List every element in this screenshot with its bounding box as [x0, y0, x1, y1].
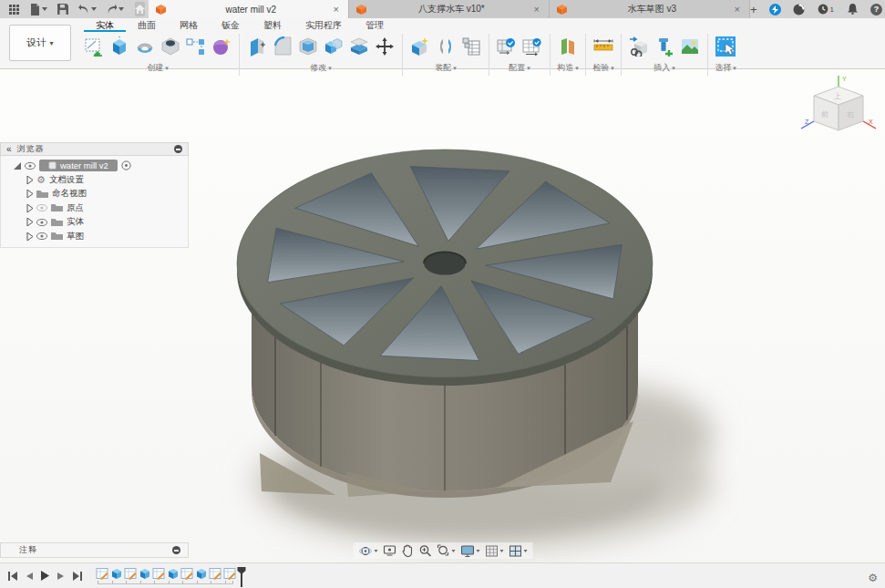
extensions-icon[interactable] [769, 4, 781, 15]
browser-item-bodies[interactable]: 实体 [1, 215, 188, 230]
file-menu-icon[interactable] [29, 3, 47, 15]
group-modify-label[interactable]: 修改 [310, 62, 331, 74]
extrude-feature-icon[interactable] [139, 567, 151, 580]
job-status-icon[interactable] [793, 3, 806, 15]
fillet-icon[interactable] [272, 35, 293, 58]
extrude-feature-icon[interactable] [167, 567, 180, 580]
insert-canvas-icon[interactable] [679, 35, 701, 58]
display-settings-icon[interactable] [174, 145, 182, 153]
redo-icon[interactable] [106, 3, 124, 15]
timeline-position-marker[interactable] [237, 567, 246, 587]
ribbon-tab-sheetmetal[interactable]: 钣金 [210, 19, 252, 32]
construction-plane-icon[interactable] [557, 35, 579, 58]
step-forward-icon[interactable] [57, 571, 66, 582]
extrude-icon[interactable] [108, 35, 130, 58]
collapse-panel-icon[interactable] [6, 144, 12, 154]
bell-icon[interactable] [846, 3, 859, 15]
browser-root-row[interactable]: water mill v2 [1, 159, 188, 173]
ribbon-tab-mesh[interactable]: 网格 [168, 19, 210, 32]
sketch-feature-icon[interactable] [180, 567, 193, 580]
configuration-table-icon[interactable] [521, 35, 543, 58]
group-construct-label[interactable]: 构造 [557, 62, 578, 74]
comments-panel[interactable]: 注释 [0, 542, 189, 558]
pan-icon[interactable] [401, 544, 413, 557]
configuration-icon[interactable] [496, 35, 518, 58]
app-launcher-icon[interactable] [7, 3, 20, 15]
notification-center-icon[interactable]: 1 [818, 4, 834, 15]
timeline-settings-gear-icon[interactable]: ⚙ [868, 573, 878, 583]
eye-icon[interactable] [25, 162, 36, 170]
eye-icon[interactable] [36, 219, 47, 226]
sketch-feature-icon[interactable] [152, 567, 165, 580]
hole-icon[interactable] [160, 35, 181, 58]
expander-icon[interactable] [26, 219, 33, 226]
ribbon-tab-manage[interactable]: 管理 [354, 19, 396, 32]
select-icon[interactable] [715, 35, 736, 58]
measure-icon[interactable] [592, 35, 614, 58]
fit-icon[interactable] [437, 544, 455, 557]
pattern-icon[interactable] [185, 35, 207, 58]
sketch-feature-icon[interactable] [209, 567, 221, 580]
press-pull-icon[interactable] [246, 35, 268, 58]
new-tab-button[interactable] [750, 3, 757, 16]
activate-radio-icon[interactable] [121, 160, 131, 170]
document-tab-water-mill[interactable]: water mill v2 [149, 0, 349, 18]
insert-fastener-icon[interactable] [653, 35, 675, 58]
group-insert-label[interactable]: 插入 [653, 62, 674, 74]
offset-face-icon[interactable] [348, 35, 370, 58]
expander-icon[interactable] [26, 204, 33, 211]
combine-icon[interactable] [323, 35, 345, 58]
go-to-start-icon[interactable] [7, 571, 18, 582]
expander-icon[interactable] [14, 162, 21, 170]
orbit-icon[interactable] [358, 544, 377, 558]
ribbon-tab-surface[interactable]: 曲面 [126, 19, 168, 32]
close-tab-icon[interactable] [733, 5, 742, 15]
eye-icon[interactable] [36, 232, 47, 240]
comments-settings-icon[interactable] [172, 546, 180, 554]
group-assemble-label[interactable]: 装配 [435, 62, 456, 74]
home-button[interactable] [135, 2, 145, 16]
play-icon[interactable] [40, 570, 50, 582]
group-configure-label[interactable]: 配置 [509, 62, 530, 74]
view-cube[interactable]: Y Z X 上 前 右 [798, 73, 880, 142]
joint-icon[interactable] [435, 35, 457, 58]
eye-icon-dim[interactable] [36, 204, 47, 211]
extrude-feature-icon[interactable] [195, 567, 208, 580]
sketch-feature-icon[interactable] [124, 567, 137, 580]
document-tab-shuiche[interactable]: 水车草图 v3 [550, 0, 750, 18]
close-tab-icon[interactable] [332, 5, 341, 15]
create-sketch-icon[interactable] [83, 35, 105, 58]
create-form-icon[interactable] [211, 35, 232, 58]
move-copy-icon[interactable] [374, 35, 396, 58]
bom-icon[interactable] [460, 35, 482, 58]
go-to-end-icon[interactable] [72, 571, 83, 582]
browser-item-origin[interactable]: 原点 [1, 201, 188, 216]
save-icon[interactable] [57, 3, 69, 15]
expander-icon[interactable] [26, 232, 33, 240]
look-at-icon[interactable] [383, 545, 396, 556]
shell-icon[interactable] [297, 35, 319, 58]
revolve-icon[interactable] [134, 35, 156, 58]
sketch-feature-icon[interactable] [96, 567, 108, 580]
grid-settings-icon[interactable] [485, 545, 503, 557]
sketch-feature-icon[interactable] [223, 567, 236, 580]
root-component-label[interactable]: water mill v2 [39, 160, 118, 171]
insert-derive-icon[interactable] [628, 35, 650, 58]
new-component-icon[interactable] [409, 35, 431, 58]
browser-item-document-settings[interactable]: ⚙ 文档设置 [1, 173, 188, 188]
zoom-icon[interactable] [418, 544, 431, 557]
step-back-icon[interactable] [25, 571, 34, 582]
viewports-icon[interactable] [509, 545, 527, 557]
close-tab-icon[interactable] [532, 5, 541, 15]
group-create-label[interactable]: 创建 [147, 62, 168, 74]
expander-icon[interactable] [26, 191, 33, 198]
group-select-label[interactable]: 选择 [715, 62, 736, 74]
expander-icon[interactable] [26, 176, 33, 183]
group-inspect-label[interactable]: 检验 [592, 62, 613, 74]
browser-item-named-views[interactable]: 命名视图 [1, 187, 188, 201]
document-tab-bazhicheng[interactable]: 八支撑水车 v10* [349, 0, 550, 18]
ribbon-tab-solid[interactable]: 实体 [84, 19, 126, 32]
browser-item-sketches[interactable]: 草图 [1, 230, 188, 244]
display-settings-icon[interactable] [460, 545, 479, 557]
help-icon[interactable] [870, 4, 882, 15]
